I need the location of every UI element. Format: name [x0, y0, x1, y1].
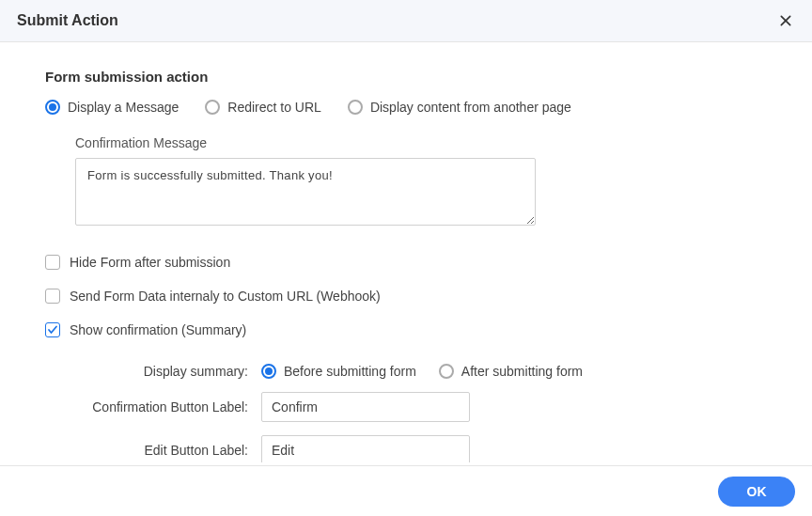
- ok-button[interactable]: OK: [718, 477, 795, 507]
- confirmation-button-label-row: Confirmation Button Label:: [45, 392, 767, 422]
- display-summary-label: Display summary:: [45, 364, 261, 379]
- submission-action-radio-group: Display a Message Redirect to URL Displa…: [45, 100, 767, 115]
- checkbox-hide-form[interactable]: Hide Form after submission: [45, 255, 767, 270]
- checkbox-label: Send Form Data internaly to Custom URL (…: [70, 289, 381, 304]
- dialog-title: Submit Action: [17, 12, 118, 29]
- confirmation-message-input[interactable]: [75, 158, 536, 226]
- checkbox-label: Show confirmation (Summary): [70, 322, 246, 337]
- edit-button-label-input[interactable]: [261, 435, 470, 462]
- radio-label: Display content from another page: [370, 100, 571, 115]
- checkbox-label: Hide Form after submission: [70, 255, 230, 270]
- checkbox-icon: [45, 255, 60, 270]
- radio-redirect-url[interactable]: Redirect to URL: [205, 100, 321, 115]
- checkbox-icon: [45, 289, 60, 304]
- confirmation-button-label-input[interactable]: [261, 392, 470, 422]
- summary-options: Display summary: Before submitting form …: [45, 364, 767, 462]
- checkbox-icon: [45, 322, 60, 337]
- checkbox-show-summary[interactable]: Show confirmation (Summary): [45, 322, 767, 337]
- confirmation-message-label: Confirmation Message: [75, 135, 767, 150]
- radio-icon: [205, 100, 220, 115]
- options-checkbox-list: Hide Form after submission Send Form Dat…: [45, 255, 767, 337]
- confirmation-button-label-label: Confirmation Button Label:: [45, 399, 261, 414]
- edit-button-label-label: Edit Button Label:: [45, 443, 261, 458]
- radio-display-content[interactable]: Display content from another page: [348, 100, 571, 115]
- dialog-content: Form submission action Display a Message…: [0, 42, 812, 462]
- dialog-header: Submit Action: [0, 0, 812, 42]
- edit-button-label-row: Edit Button Label:: [45, 435, 767, 462]
- radio-label: Display a Message: [68, 100, 179, 115]
- radio-display-message[interactable]: Display a Message: [45, 100, 179, 115]
- close-icon: [778, 13, 793, 28]
- close-button[interactable]: [776, 11, 795, 30]
- display-summary-radio-group: Before submitting form After submitting …: [261, 364, 583, 379]
- checkbox-send-webhook[interactable]: Send Form Data internaly to Custom URL (…: [45, 289, 767, 304]
- display-summary-row: Display summary: Before submitting form …: [45, 364, 767, 379]
- radio-label: After submitting form: [461, 364, 583, 379]
- confirmation-message-block: Confirmation Message: [75, 135, 767, 228]
- radio-label: Redirect to URL: [227, 100, 321, 115]
- radio-icon: [45, 100, 60, 115]
- radio-icon: [348, 100, 363, 115]
- section-title: Form submission action: [45, 69, 767, 85]
- radio-icon: [261, 364, 276, 379]
- radio-after-submitting[interactable]: After submitting form: [439, 364, 583, 379]
- radio-label: Before submitting form: [284, 364, 416, 379]
- radio-before-submitting[interactable]: Before submitting form: [261, 364, 416, 379]
- dialog-footer: OK: [0, 465, 812, 516]
- radio-icon: [439, 364, 454, 379]
